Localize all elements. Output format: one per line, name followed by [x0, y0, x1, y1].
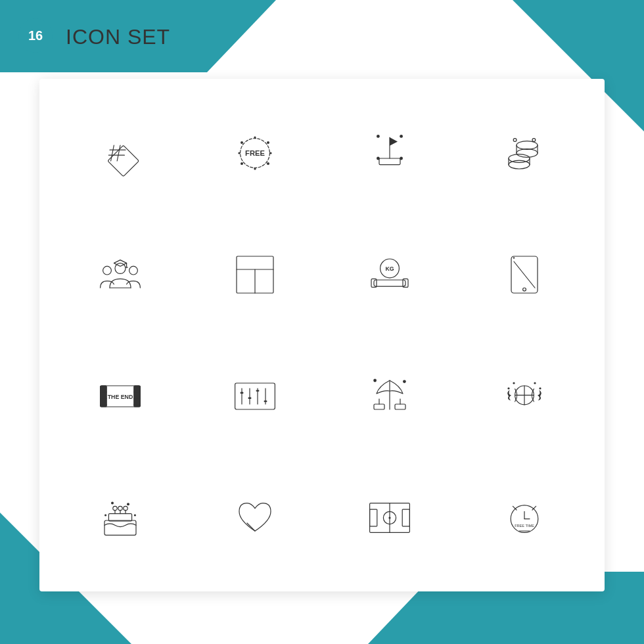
icon-cell-free-badge: FREE: [194, 99, 315, 207]
svg-text:THE END: THE END: [107, 394, 133, 400]
svg-point-9: [241, 162, 243, 165]
svg-point-18: [377, 135, 380, 138]
icon-cell-layout-grid: [194, 220, 315, 329]
svg-rect-101: [369, 509, 377, 526]
svg-point-13: [254, 136, 256, 138]
svg-point-93: [127, 503, 129, 505]
icon-cell-heart: [194, 463, 315, 572]
svg-point-95: [133, 514, 135, 516]
svg-point-82: [507, 387, 509, 389]
svg-text:FREE TIME: FREE TIME: [515, 524, 534, 528]
svg-point-8: [267, 141, 269, 144]
svg-rect-102: [402, 509, 409, 526]
svg-point-80: [513, 382, 515, 384]
icon-cell-alarm-clock: FREE TIME: [463, 463, 585, 572]
beach-umbrella-icon: [363, 370, 416, 423]
svg-rect-69: [264, 400, 267, 402]
svg-line-96: [247, 523, 255, 531]
icon-cell-weight-dumbbell: KG: [329, 220, 450, 329]
svg-point-75: [373, 379, 377, 382]
svg-point-33: [103, 266, 111, 275]
icon-cell-basketball-award: [463, 342, 585, 450]
svg-marker-17: [390, 137, 398, 146]
heart-love-icon: [229, 492, 281, 544]
icon-cell-beach-umbrella: [329, 342, 450, 450]
weight-dumbbell-icon: KG: [363, 248, 416, 301]
svg-rect-85: [108, 513, 131, 520]
svg-rect-68: [256, 390, 259, 391]
layout-grid-icon: [229, 248, 281, 301]
svg-point-34: [129, 266, 137, 275]
svg-point-14: [254, 168, 256, 170]
svg-rect-67: [248, 397, 251, 398]
svg-point-92: [111, 501, 114, 504]
flag-goal-icon: [363, 127, 416, 179]
svg-point-7: [241, 141, 243, 144]
svg-rect-53: [133, 386, 140, 407]
audio-mixer-icon: [229, 370, 281, 423]
coins-stack-icon: [498, 127, 551, 179]
svg-point-76: [403, 380, 406, 383]
svg-rect-44: [374, 280, 405, 287]
svg-point-31: [532, 138, 536, 141]
free-badge-icon: FREE: [229, 127, 281, 179]
svg-point-10: [267, 162, 269, 165]
icon-cell-coins: [463, 99, 585, 207]
svg-text:FREE: FREE: [245, 149, 265, 157]
svg-line-3: [110, 145, 114, 161]
svg-rect-72: [395, 404, 405, 409]
svg-point-83: [539, 387, 541, 389]
tablet-device-icon: [498, 248, 551, 301]
icon-count-badge: 16: [18, 18, 53, 53]
basketball-award-icon: [498, 370, 551, 423]
icon-cell-soccer-field: [329, 463, 450, 572]
svg-text:KG: KG: [385, 265, 394, 272]
icon-cell-graduation-team: [59, 220, 181, 329]
icon-cell-birthday-cake: [59, 463, 181, 572]
svg-point-100: [388, 517, 390, 518]
svg-point-27: [509, 160, 530, 169]
birthday-cake-icon: [94, 492, 147, 544]
svg-point-11: [238, 152, 240, 154]
svg-point-30: [513, 138, 517, 141]
svg-rect-84: [104, 520, 136, 535]
icon-cell-flag-goal: [329, 99, 450, 207]
svg-point-22: [517, 141, 538, 149]
svg-point-94: [104, 514, 106, 516]
svg-point-81: [534, 382, 536, 384]
icon-cell-audio-mixer: [194, 342, 315, 450]
svg-line-48: [514, 262, 535, 288]
svg-point-23: [517, 149, 538, 157]
svg-point-50: [513, 257, 514, 258]
svg-rect-52: [100, 386, 106, 407]
graduation-team-icon: [94, 248, 147, 301]
svg-line-4: [117, 145, 120, 161]
svg-point-20: [377, 156, 380, 160]
hashtag-diamond-icon: [94, 127, 147, 179]
the-end-film-icon: THE END: [94, 370, 147, 423]
svg-point-12: [269, 152, 271, 154]
svg-rect-71: [374, 404, 384, 409]
svg-rect-15: [379, 158, 400, 165]
icon-cell-hashtag-diamond: [59, 99, 181, 207]
page-title: ICON SET: [66, 25, 170, 49]
icon-grid-card: FREE: [39, 79, 605, 591]
svg-point-49: [522, 288, 526, 291]
alarm-free-time-icon: FREE TIME: [498, 492, 551, 544]
svg-point-19: [400, 135, 403, 138]
soccer-field-icon: [363, 492, 416, 544]
svg-rect-66: [240, 392, 243, 393]
svg-rect-61: [235, 383, 275, 409]
icon-cell-the-end-film: THE END: [59, 342, 181, 450]
icon-cell-tablet: [463, 220, 585, 329]
svg-point-21: [400, 156, 403, 160]
